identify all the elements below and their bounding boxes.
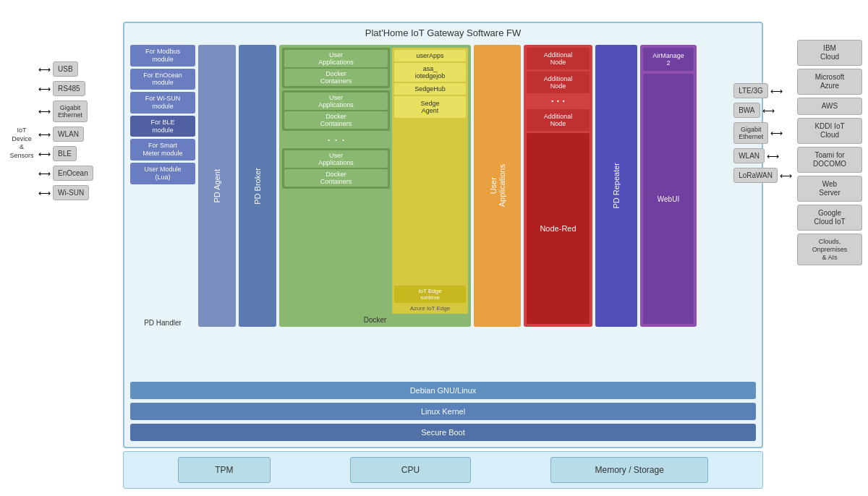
pd-repeater-label: PD Repeater — [612, 163, 621, 209]
main-container: Plat'Home IoT Gateway Software FW For Mo… — [0, 0, 868, 496]
tpm-box: TPM — [178, 457, 270, 483]
iot-label: IoTDevice&Sensors — [7, 127, 36, 161]
ble-arrow: ⟷ — [38, 149, 51, 159]
right-wlan-row: WLAN ⟷ — [733, 148, 792, 163]
rs485-row: ⟷ RS485 — [38, 81, 93, 96]
right-wlan-arrow: ⟷ — [767, 151, 779, 161]
pd-handler-section: For Modbusmodule For EnOceanmodule For W… — [130, 45, 195, 327]
dots-node: · · · — [527, 95, 590, 107]
user-module: User Module(Lua) — [130, 163, 195, 184]
usb-arrow: ⟷ — [38, 64, 51, 74]
right-wlan-box: WLAN — [733, 148, 765, 163]
pd-handler-label: PD Handler — [130, 319, 195, 327]
additional-nodes-section: AdditionalNode AdditionalNode · · · Addi… — [524, 45, 592, 327]
bwa-row: BWA ⟷ — [733, 103, 792, 118]
enocean-arrow: ⟷ — [38, 168, 51, 179]
pd-broker-section: PD Broker — [239, 45, 276, 327]
wlan-arrow: ⟷ — [38, 129, 51, 140]
docker-label: Docker — [282, 314, 468, 324]
enocean-module: For EnOceanmodule — [130, 69, 195, 90]
wisun-module: For Wi-SUNmodule — [130, 92, 195, 114]
left-devices: IoTDevice&Sensors ⟷ USB ⟷ RS485 ⟷ Gigabi… — [6, 61, 93, 200]
secure-boot-bar: Secure Boot — [130, 424, 756, 441]
web-server: WebServer — [797, 176, 862, 202]
bottom-bars: Debian GNU/Linux Linux Kernel Secure Boo… — [130, 382, 756, 441]
toami-docomo: Toami forDOCOMO — [797, 147, 862, 173]
wlan-box: WLAN — [53, 127, 84, 142]
docker-section: UserApplications DockerContainers UserAp… — [279, 45, 471, 327]
kddi-iot-cloud: KDDI IoTCloud — [797, 118, 862, 144]
pd-agent-label: PD Agent — [213, 169, 221, 202]
pd-repeater-section: PD Repeater — [595, 45, 637, 327]
gigabit-eth-arrow: ⟷ — [38, 106, 51, 116]
lorawan-box: LoRaWAN — [733, 168, 778, 183]
bwa-box: BWA — [733, 103, 760, 118]
docker-group-1: UserApplications DockerContainers — [282, 48, 390, 88]
usb-row: ⟷ USB — [38, 61, 93, 77]
add-node-3: AdditionalNode — [527, 109, 590, 131]
pd-agent-section: PD Agent — [198, 45, 236, 327]
microsoft-azure: MicrosoftAzure — [797, 69, 862, 95]
docker-group-3: UserApplications DockerContainers — [282, 148, 390, 189]
airmanage-label: AirManage2 — [643, 48, 694, 71]
right-gigabit-row: GigabitEthernet ⟷ — [733, 122, 792, 144]
add-node-1: AdditionalNode — [527, 48, 590, 69]
device-list: ⟷ USB ⟷ RS485 ⟷ GigabitEthernet ⟷ WLAN ⟷… — [38, 61, 93, 200]
usb-box: USB — [53, 61, 78, 77]
user-applications-section: UserApplications — [474, 45, 521, 327]
ble-box: BLE — [53, 146, 77, 161]
pd-broker-label: PD Broker — [253, 168, 262, 205]
bwa-arrow: ⟷ — [762, 106, 775, 116]
aws: AWS — [797, 98, 862, 115]
google-cloud-iot: GoogleCloud IoT — [797, 205, 862, 231]
lte-arrow: ⟷ — [770, 86, 783, 96]
debian-bar: Debian GNU/Linux — [130, 382, 756, 399]
user-applications-label: UserApplications — [489, 164, 506, 207]
right-network: LTE/3G ⟷ BWA ⟷ GigabitEthernet ⟷ WLAN ⟷ … — [733, 83, 792, 183]
lorawan-row: LoRaWAN ⟷ — [733, 168, 792, 183]
gigabit-eth-row: ⟷ GigabitEthernet — [38, 101, 93, 122]
smart-meter-module: For SmartMeter module — [130, 139, 195, 161]
lte-box: LTE/3G — [733, 83, 768, 98]
add-node-2: AdditionalNode — [527, 72, 590, 93]
gigabit-eth-box: GigabitEthernet — [53, 101, 88, 122]
enocean-box: EnOcean — [53, 166, 93, 181]
wisun-box: Wi-SUN — [53, 185, 89, 200]
clouds-onpremises: Clouds,Onpremises& AIs — [797, 234, 862, 265]
lte-row: LTE/3G ⟷ — [733, 83, 792, 98]
memory-box: Memory / Storage — [550, 457, 707, 483]
gateway-title: Plat'Home IoT Gateway Software FW — [124, 23, 762, 41]
rs485-box: RS485 — [53, 81, 85, 96]
modbus-module: For Modbusmodule — [130, 45, 195, 67]
wisun-row: ⟷ Wi-SUN — [38, 185, 93, 200]
enocean-row: ⟷ EnOcean — [38, 166, 93, 181]
right-gigabit-arrow: ⟷ — [770, 128, 783, 138]
cloud-services: IBMCloud MicrosoftAzure AWS KDDI IoTClou… — [797, 40, 862, 265]
linux-kernel-bar: Linux Kernel — [130, 403, 756, 420]
node-red-label: Node-Red — [527, 133, 590, 324]
ble-row: ⟷ BLE — [38, 146, 93, 161]
wlan-row: ⟷ WLAN — [38, 127, 93, 142]
docker-group-2: UserApplications DockerContainers — [282, 90, 390, 131]
gateway-box: Plat'Home IoT Gateway Software FW For Mo… — [123, 22, 763, 448]
airmanage-section: AirManage2 WebUI — [640, 45, 697, 327]
azure-iot-edge: userApps asa_iotedgejob SedgeHub SedgeAg… — [392, 48, 468, 314]
ble-module: For BLEmodule — [130, 116, 195, 137]
cpu-box: CPU — [350, 457, 471, 483]
wisun-arrow: ⟷ — [38, 188, 51, 198]
webui-label: WebUI — [643, 74, 694, 324]
lorawan-arrow: ⟷ — [780, 171, 792, 181]
ibm-cloud: IBMCloud — [797, 40, 862, 66]
right-gigabit-box: GigabitEthernet — [733, 122, 768, 144]
hardware-row: TPM CPU Memory / Storage — [123, 451, 763, 489]
rs485-arrow: ⟷ — [38, 84, 51, 94]
